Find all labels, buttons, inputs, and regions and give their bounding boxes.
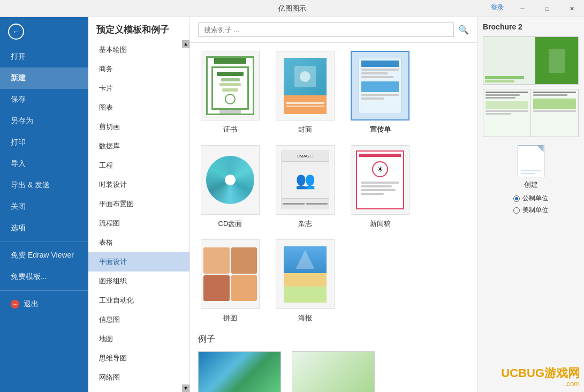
exit-icon [11, 300, 19, 308]
puzzle-piece [203, 247, 230, 274]
sidebar-item-export[interactable]: 导出 & 发送 [0, 175, 88, 196]
app-title: 亿图图示 [278, 4, 306, 13]
category-item[interactable]: 流程图 [88, 214, 189, 233]
sidebar-item-exit[interactable]: 退出 [0, 293, 88, 315]
cd-hole [225, 175, 236, 185]
login-button[interactable]: 登录 [491, 3, 504, 12]
category-item[interactable]: 思维导图 [88, 349, 189, 368]
category-item[interactable]: 基本绘图 [88, 40, 189, 59]
certificate-visual [206, 56, 254, 115]
category-item[interactable]: 网络图 [88, 368, 189, 386]
mag-header: □MAG □ [282, 151, 329, 162]
mag-people-icon: 👥 [295, 171, 315, 190]
category-item[interactable]: 时装设计 [88, 175, 189, 194]
template-cd[interactable]: CD盘面 [198, 145, 262, 229]
category-item[interactable]: 工业自动化 [88, 291, 189, 310]
sidebar-item-close[interactable]: 关闭 [0, 196, 88, 217]
category-item[interactable]: 平面布置图 [88, 194, 189, 214]
radio-imperial-label: 美制单位 [522, 206, 548, 215]
certificate-label: 证书 [223, 125, 237, 134]
sidebar-item-new[interactable]: 新建 [0, 67, 88, 89]
news-line [359, 154, 401, 157]
maximize-button[interactable]: □ [535, 0, 559, 17]
cd-visual [206, 156, 254, 204]
category-list: 基本绘图商务卡片图表剪切画数据库工程时装设计平面布置图流程图表格平面设计图形组织… [88, 40, 189, 386]
create-file-icon [518, 145, 544, 177]
back-arrow-icon: ← [12, 27, 20, 36]
example-item-1[interactable] [198, 351, 281, 392]
preview-title: Brochure 2 [483, 22, 579, 31]
radio-metric[interactable]: 公制单位 [513, 194, 548, 203]
preview-image-2 [483, 89, 579, 137]
radio-imperial[interactable]: 美制单位 [513, 206, 548, 215]
news-text-line [361, 185, 392, 187]
magazine-thumb: □MAG □ 👥 [276, 145, 335, 215]
app-body: ← 打开 新建 保存 另存为 打印 导入 导出 & 发送 关闭 选项 免费 Ed… [0, 17, 584, 392]
search-input[interactable] [198, 22, 454, 37]
puzzle-label: 拼图 [223, 313, 237, 323]
cd-label: CD盘面 [218, 219, 242, 229]
preview-panel: Brochure 2 [477, 17, 584, 392]
news-circle: ☀ [372, 161, 388, 177]
examples-grid [198, 351, 469, 392]
template-magazine[interactable]: □MAG □ 👥 杂志 [273, 145, 337, 229]
sidebar-item-open[interactable]: 打开 [0, 46, 88, 67]
watermark-line1: UCBUG游戏网 [501, 367, 580, 380]
news-text-line [361, 193, 384, 195]
watermark-line2: .com [501, 380, 580, 388]
search-bar: 🔍 [190, 17, 477, 43]
preview-image-1 [483, 36, 579, 85]
brochure-visual [359, 58, 401, 114]
template-poster[interactable]: 海报 [273, 239, 337, 323]
example-item-2[interactable] [292, 351, 375, 392]
category-item[interactable]: 信息图 [88, 310, 189, 329]
examples-section: 例子 [198, 334, 469, 392]
window-controls: ─ □ ✕ [510, 0, 584, 17]
template-cover[interactable]: 封面 [273, 51, 337, 134]
template-newsletter[interactable]: ☀ 新闻稿 [348, 145, 412, 229]
sidebar-item-print[interactable]: 打印 [0, 132, 88, 153]
puzzle-thumb [201, 239, 260, 309]
preview-img-visual-1 [483, 37, 578, 84]
sidebar-item-options[interactable]: 选项 [0, 217, 88, 239]
magazine-label: 杂志 [298, 219, 312, 229]
scroll-up-button[interactable]: ▲ [182, 40, 189, 48]
sidebar-item-save[interactable]: 保存 [0, 89, 88, 110]
puzzle-piece [231, 275, 257, 301]
category-item[interactable]: 工程 [88, 156, 189, 175]
radio-imperial-dot [513, 207, 520, 214]
news-text-line [361, 189, 396, 191]
radio-metric-label: 公制单位 [522, 194, 548, 203]
cover-thumb [276, 51, 335, 120]
newsletter-visual: ☀ [356, 150, 404, 209]
scroll-down-button[interactable]: ▼ [182, 385, 189, 392]
sidebar-item-saveas[interactable]: 另存为 [0, 110, 88, 132]
template-puzzle[interactable]: 拼图 [198, 239, 262, 323]
category-item[interactable]: 平面设计 [88, 252, 189, 272]
sidebar-item-free-viewer[interactable]: 免费 Edraw Viewer [0, 245, 88, 266]
minimize-button[interactable]: ─ [510, 0, 535, 17]
puzzle-piece [231, 247, 257, 274]
sidebar-item-import[interactable]: 导入 [0, 153, 88, 175]
template-certificate[interactable]: 证书 [198, 51, 262, 134]
category-item[interactable]: 数据库 [88, 137, 189, 156]
category-item[interactable]: 卡片 [88, 79, 189, 98]
sidebar-item-free-template[interactable]: 免费模板... [0, 266, 88, 288]
magazine-visual: □MAG □ 👥 [281, 150, 329, 209]
category-item[interactable]: 表格 [88, 233, 189, 252]
back-button[interactable]: ← [0, 17, 88, 46]
poster-label: 海报 [298, 313, 312, 323]
close-button[interactable]: ✕ [559, 0, 584, 17]
search-icon[interactable]: 🔍 [458, 25, 469, 35]
preview-img-visual-2 [483, 89, 578, 137]
radio-metric-dot [513, 195, 520, 202]
exit-label: 退出 [24, 299, 39, 309]
category-item[interactable]: 图表 [88, 98, 189, 117]
category-item[interactable]: 商务 [88, 59, 189, 79]
category-item[interactable]: 剪切画 [88, 117, 189, 137]
category-item[interactable]: 图形组织 [88, 272, 189, 291]
template-brochure[interactable]: 宣传单 [348, 51, 412, 134]
brochure-label: 宣传单 [370, 125, 391, 134]
preview-images [483, 36, 579, 137]
category-item[interactable]: 地图 [88, 329, 189, 349]
